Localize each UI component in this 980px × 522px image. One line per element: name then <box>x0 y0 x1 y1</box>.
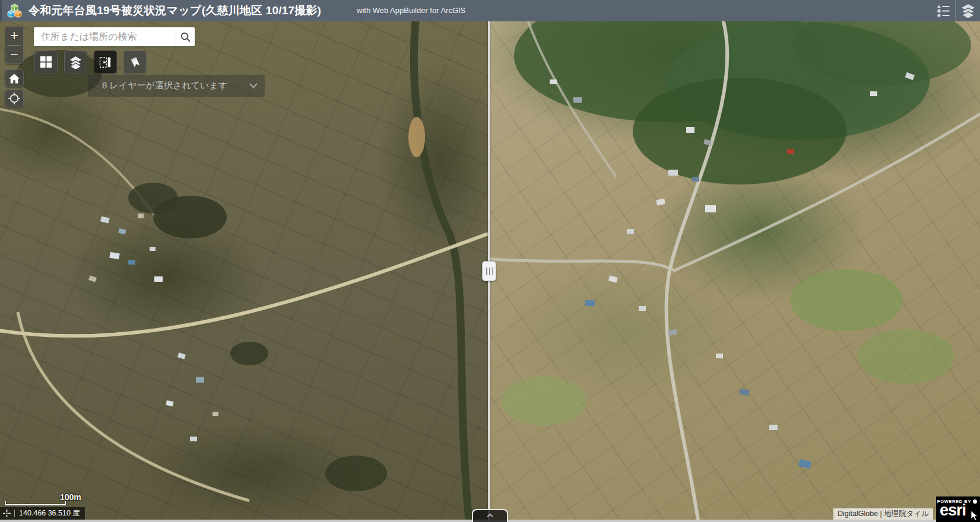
header-bar: 令和元年台風19号被災状況マップ(久慈川地区 10/17撮影) with Web… <box>0 0 980 21</box>
left-buildings <box>88 214 218 441</box>
coordinate-separator <box>14 510 15 517</box>
crosshair-button[interactable] <box>2 509 11 518</box>
page-title: 令和元年台風19号被災状況マップ(久慈川地区 10/17撮影) <box>28 3 321 18</box>
zoom-in-button[interactable]: + <box>5 27 23 45</box>
bookmark-button[interactable] <box>123 50 147 74</box>
app-logo <box>7 3 23 19</box>
legend-button[interactable] <box>931 0 955 21</box>
locate-icon <box>8 93 20 104</box>
right-imagery-features <box>490 21 980 522</box>
esri-logo[interactable]: POWERED BY esri <box>936 496 980 522</box>
swipe-button[interactable] <box>94 50 117 74</box>
chevron-down-icon <box>249 83 258 88</box>
layers-icon <box>960 3 976 18</box>
search-box <box>34 27 195 46</box>
bookmark-icon <box>129 56 142 69</box>
coordinate-value: 140.466 36.510 度 <box>19 508 80 518</box>
search-icon <box>180 31 191 43</box>
zoom-out-button[interactable]: − <box>5 46 23 64</box>
grip-icon <box>486 268 493 275</box>
layers-panel-button[interactable] <box>956 0 980 21</box>
zoom-control: + − <box>5 26 24 64</box>
layer-select-label: 8 レイヤーが選択されています <box>102 80 227 91</box>
esri-globe-icon <box>973 499 977 504</box>
home-icon <box>9 74 20 84</box>
attribution-toggle-button[interactable] <box>472 509 508 522</box>
search-input[interactable] <box>34 27 176 46</box>
scale-label: 100m <box>60 492 81 502</box>
basemap-gallery-button[interactable] <box>34 50 58 74</box>
app-subtitle: with Web AppBuilder for ArcGIS <box>357 0 465 21</box>
attribution-text: DigitalGlobe | 地理院タイル <box>833 508 933 520</box>
coordinate-widget: 140.466 36.510 度 <box>0 507 85 520</box>
home-button[interactable] <box>5 69 24 87</box>
map-pane-right[interactable] <box>490 21 980 522</box>
locate-button[interactable] <box>5 90 24 107</box>
basemap-gallery-icon <box>40 56 52 68</box>
chevron-up-icon <box>487 514 493 520</box>
layer-list-icon <box>69 55 83 69</box>
map-container: + − <box>0 21 980 522</box>
app-window: + − <box>0 0 980 522</box>
swipe-icon <box>99 56 112 68</box>
search-button[interactable] <box>176 27 195 46</box>
cursor-icon <box>971 511 978 521</box>
scale-bar <box>5 501 66 505</box>
layer-list-button[interactable] <box>64 50 87 74</box>
header-actions <box>931 0 980 21</box>
swipe-handle[interactable] <box>482 261 496 281</box>
legend-icon <box>937 4 950 17</box>
layer-select-bar[interactable]: 8 レイヤーが選択されています <box>88 75 265 97</box>
